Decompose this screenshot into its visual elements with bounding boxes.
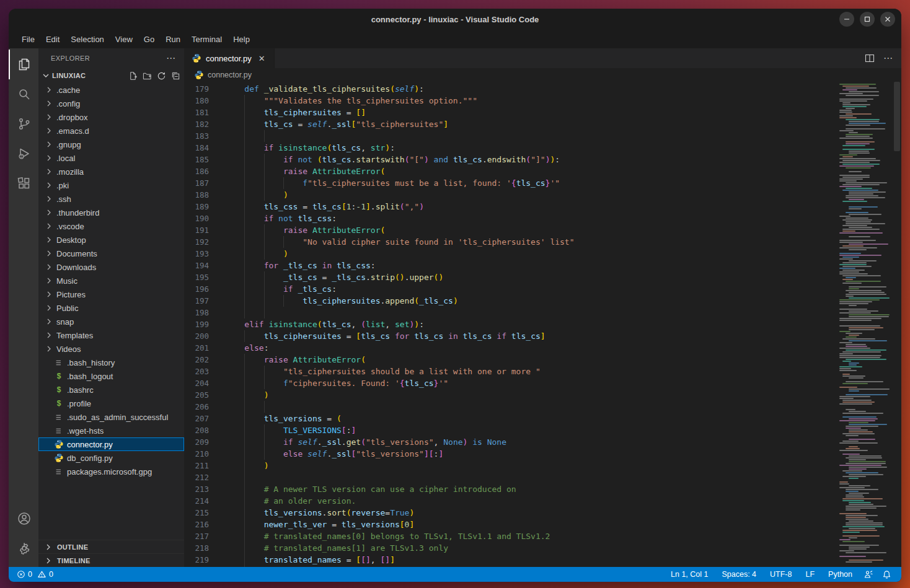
tree-folder--emacs-d[interactable]: .emacs.d — [38, 124, 184, 138]
menu-help[interactable]: Help — [228, 32, 255, 46]
status-ln[interactable]: Ln 1, Col 1 — [666, 570, 713, 579]
code-line-217[interactable]: 217 # translated_names[0] belongs to TLS… — [184, 530, 836, 542]
outline-panel-header[interactable]: OUTLINE — [38, 540, 184, 553]
code-line-204[interactable]: 204 f"ciphersuites. Found: '{tls_cs}'" — [184, 377, 836, 389]
code-line-218[interactable]: 218 # translated_names[1] are TLSv1.3 on… — [184, 542, 836, 554]
menu-run[interactable]: Run — [160, 32, 186, 46]
tree-folder--ssh[interactable]: .ssh — [38, 192, 184, 206]
code-line-191[interactable]: 191 raise AttributeError( — [184, 224, 836, 236]
code-line-212[interactable]: 212 — [184, 472, 836, 483]
refresh-icon[interactable] — [157, 71, 166, 81]
code-line-181[interactable]: 181 tls_ciphersuites = [] — [184, 107, 836, 118]
code-line-214[interactable]: 214 # an older version. — [184, 495, 836, 507]
tab-connector-py[interactable]: connector.py ✕ — [184, 48, 275, 68]
new-file-icon[interactable] — [128, 71, 138, 81]
tree-folder-public[interactable]: Public — [38, 301, 184, 315]
feedback-icon[interactable] — [861, 569, 876, 579]
menu-edit[interactable]: Edit — [40, 32, 65, 46]
code-line-197[interactable]: 197 tls_ciphersuites.append(_tls_cs) — [184, 295, 836, 307]
code-line-205[interactable]: 205 ) — [184, 389, 836, 401]
tree-folder--dropbox[interactable]: .dropbox — [38, 110, 184, 124]
code-line-185[interactable]: 185 if not (tls_cs.startswith("[") and t… — [184, 154, 836, 165]
menu-selection[interactable]: Selection — [65, 32, 109, 46]
activity-source-control-icon[interactable] — [9, 109, 38, 139]
code-line-188[interactable]: 188 ) — [184, 189, 836, 201]
code-line-180[interactable]: 180 """Validates the tls_ciphersuites op… — [184, 95, 836, 107]
folder-section-header[interactable]: LINUXIAC — [38, 68, 184, 83]
status-utf-8[interactable]: UTF-8 — [765, 570, 797, 579]
code-line-203[interactable]: 203 "tls_ciphersuites should be a list w… — [184, 366, 836, 377]
close-button[interactable] — [880, 12, 895, 27]
code-line-216[interactable]: 216 newer_tls_ver = tls_versions[0] — [184, 519, 836, 530]
tree-folder--vscode[interactable]: .vscode — [38, 219, 184, 233]
tree-folder--thunderbird[interactable]: .thunderbird — [38, 206, 184, 219]
code-line-195[interactable]: 195 _tls_cs = _tls_cs.strip().upper() — [184, 271, 836, 283]
code-line-215[interactable]: 215 tls_versions.sort(reverse=True) — [184, 507, 836, 519]
timeline-panel-header[interactable]: TIMELINE — [38, 553, 184, 567]
tree-folder-music[interactable]: Music — [38, 274, 184, 287]
menu-file[interactable]: File — [16, 32, 40, 46]
menu-go[interactable]: Go — [138, 32, 160, 46]
code-line-202[interactable]: 202 raise AttributeError( — [184, 354, 836, 366]
code-line-208[interactable]: 208 TLS_VERSIONS[:] — [184, 424, 836, 436]
tree-file--sudo-as-admin-successful[interactable]: .sudo_as_admin_successful — [38, 410, 184, 424]
activity-explorer-icon[interactable] — [9, 50, 38, 79]
code-line-192[interactable]: 192 "No valid cipher suite found in 'tls… — [184, 236, 836, 248]
activity-extensions-icon[interactable] — [9, 169, 38, 198]
tree-folder-templates[interactable]: Templates — [38, 328, 184, 342]
tree-folder--local[interactable]: .local — [38, 151, 184, 165]
editor-scrollbar[interactable] — [893, 82, 901, 567]
tree-file--profile[interactable]: $.profile — [38, 397, 184, 410]
breadcrumb[interactable]: connector.py — [184, 68, 901, 82]
activity-settings-gear-icon[interactable] — [9, 533, 38, 563]
new-folder-icon[interactable] — [143, 71, 152, 81]
status-lf[interactable]: LF — [800, 570, 819, 579]
code-line-199[interactable]: 199 elif isinstance(tls_cs, (list, set))… — [184, 318, 836, 330]
maximize-button[interactable] — [860, 12, 875, 27]
problems-indicator[interactable]: 0 0 — [15, 570, 55, 579]
tree-folder-pictures[interactable]: Pictures — [38, 287, 184, 301]
code-line-206[interactable]: 206 — [184, 401, 836, 413]
tree-folder-videos[interactable]: Videos — [38, 342, 184, 356]
code-line-198[interactable]: 198 — [184, 307, 836, 318]
more-actions-icon[interactable]: ⋯ — [883, 55, 893, 61]
tree-folder-downloads[interactable]: Downloads — [38, 260, 184, 274]
tree-folder--mozilla[interactable]: .mozilla — [38, 165, 184, 178]
status-spaces[interactable]: Spaces: 4 — [717, 570, 761, 579]
collapse-all-icon[interactable] — [171, 71, 180, 81]
code-line-182[interactable]: 182 tls_cs = self._ssl["tls_ciphersuites… — [184, 118, 836, 130]
code-line-193[interactable]: 193 ) — [184, 248, 836, 260]
code-line-201[interactable]: 201 else: — [184, 342, 836, 354]
minimize-button[interactable] — [839, 12, 854, 27]
code-line-213[interactable]: 213 # A newer TLS version can use a ciph… — [184, 483, 836, 495]
tree-folder--config[interactable]: .config — [38, 97, 184, 110]
activity-search-icon[interactable] — [9, 79, 38, 109]
tree-file-connector-py[interactable]: connector.py — [38, 437, 184, 451]
split-editor-icon[interactable] — [865, 53, 875, 63]
tree-file--bash-logout[interactable]: $.bash_logout — [38, 369, 184, 383]
code-line-186[interactable]: 186 raise AttributeError( — [184, 165, 836, 177]
code-line-194[interactable]: 194 for _tls_cs in tls_css: — [184, 260, 836, 271]
tree-file-packages-microsoft-gpg[interactable]: packages.microsoft.gpg — [38, 465, 184, 478]
tree-folder--gnupg[interactable]: .gnupg — [38, 138, 184, 151]
activity-run-debug-icon[interactable] — [9, 139, 38, 169]
code-line-220[interactable]: 220 iani_cipher_suites_names = {} — [184, 566, 836, 567]
explorer-more-actions-icon[interactable]: ⋯ — [166, 53, 175, 64]
tree-file-db-config-py[interactable]: db_config.py — [38, 451, 184, 465]
tree-file--bashrc[interactable]: $.bashrc — [38, 383, 184, 397]
tree-folder-desktop[interactable]: Desktop — [38, 233, 184, 247]
code-line-183[interactable]: 183 — [184, 130, 836, 142]
notifications-bell-icon[interactable] — [880, 570, 894, 579]
activity-account-icon[interactable] — [9, 504, 38, 533]
code-line-211[interactable]: 211 ) — [184, 460, 836, 472]
scrollbar-slider[interactable] — [894, 82, 900, 151]
minimap[interactable] — [836, 82, 893, 567]
tab-close-icon[interactable]: ✕ — [256, 53, 268, 64]
tree-file--bash-history[interactable]: .bash_history — [38, 356, 184, 369]
code-line-187[interactable]: 187 f"tls_ciphersuites must be a list, f… — [184, 177, 836, 189]
code-line-209[interactable]: 209 if self._ssl.get("tls_versions", Non… — [184, 436, 836, 448]
code-line-210[interactable]: 210 else self._ssl["tls_versions"][:] — [184, 448, 836, 460]
status-python[interactable]: Python — [823, 570, 857, 579]
code-line-190[interactable]: 190 if not tls_css: — [184, 213, 836, 224]
code-line-184[interactable]: 184 if isinstance(tls_cs, str): — [184, 142, 836, 154]
